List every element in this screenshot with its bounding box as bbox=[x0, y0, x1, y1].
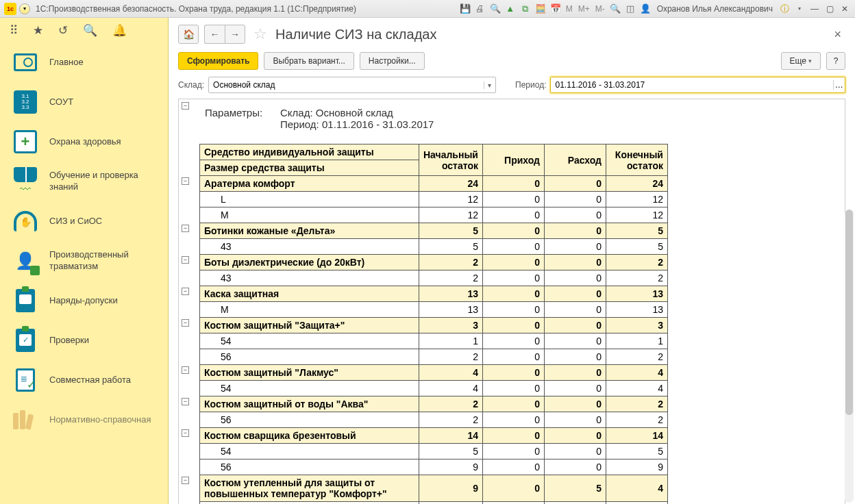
tree-toggle[interactable]: − bbox=[182, 288, 189, 295]
sidebar-item-injury[interactable]: 👤 Производственный травматизм bbox=[0, 241, 168, 281]
history-icon[interactable]: ↺ bbox=[58, 23, 68, 38]
period-picker-button[interactable]: … bbox=[833, 80, 845, 90]
info-dropdown-icon[interactable]: ▾ bbox=[793, 3, 806, 15]
sidebar-item-collab[interactable]: ✓ Совместная работа bbox=[0, 360, 168, 400]
table-group-row[interactable]: Костюм защитный от воды "Аква"2002 bbox=[200, 396, 668, 412]
sidebar-item-permits[interactable]: Наряды-допуски bbox=[0, 281, 168, 320]
cell-name: 43 bbox=[200, 270, 419, 286]
tree-toggle[interactable]: − bbox=[182, 102, 189, 110]
warehouse-input-wrap[interactable]: ▾ bbox=[208, 77, 496, 93]
table-detail-row[interactable]: 541001 bbox=[200, 333, 668, 349]
cell-expense: 0 bbox=[544, 176, 606, 192]
tree-toggle[interactable]: − bbox=[182, 429, 189, 437]
sidebar-item-siz[interactable]: СИЗ и СиОС bbox=[0, 201, 168, 241]
cell-end: 12 bbox=[606, 192, 667, 207]
table-group-row[interactable]: Костюм защитный "Лакмус"4004 bbox=[200, 365, 668, 381]
up-arrow-icon[interactable]: ▲ bbox=[504, 3, 517, 15]
cell-start: 12 bbox=[419, 207, 483, 223]
more-button[interactable]: Еще bbox=[781, 52, 821, 70]
cell-expense: 0 bbox=[544, 207, 606, 223]
tree-toggle[interactable]: − bbox=[182, 177, 189, 185]
memory-mminus-button[interactable]: M- bbox=[594, 4, 606, 14]
table-detail-row[interactable]: 562002 bbox=[200, 349, 668, 365]
cell-end: 24 bbox=[606, 176, 667, 192]
sidebar-item-label: Обучение и проверка знаний bbox=[49, 170, 156, 193]
current-user: Охранов Илья Александрович bbox=[657, 4, 773, 14]
table-group-row[interactable]: Аратерма комфорт240024 bbox=[200, 176, 668, 192]
document-check-icon: ✓ bbox=[12, 367, 38, 393]
home-button[interactable]: 🏠 bbox=[178, 25, 199, 44]
close-button[interactable]: ✕ bbox=[839, 3, 851, 15]
table-detail-row[interactable]: 544004 bbox=[200, 381, 668, 396]
sidebar-item-health[interactable]: + Охрана здоровья bbox=[0, 122, 168, 162]
apps-grid-icon[interactable]: ⠿ bbox=[10, 23, 18, 38]
tree-toggle[interactable]: − bbox=[182, 319, 189, 327]
table-detail-row[interactable]: 562002 bbox=[200, 412, 668, 428]
minimize-button[interactable]: — bbox=[808, 3, 821, 15]
preview-icon[interactable]: 🔍 bbox=[489, 3, 501, 15]
period-input[interactable] bbox=[551, 77, 832, 92]
zoom-icon[interactable]: 🔍 bbox=[609, 3, 621, 15]
generate-button[interactable]: Сформировать bbox=[178, 52, 258, 70]
favorite-star-icon[interactable]: ☆ bbox=[253, 25, 267, 43]
cell-name: 54 bbox=[200, 444, 419, 459]
nav-back-button[interactable]: ← bbox=[204, 25, 225, 44]
cell-end: 12 bbox=[606, 207, 667, 223]
sidebar-item-checks[interactable]: Проверки bbox=[0, 320, 168, 360]
favorites-star-icon[interactable]: ★ bbox=[33, 23, 43, 38]
notifications-bell-icon[interactable]: 🔔 bbox=[112, 23, 127, 38]
table-detail-row[interactable]: 545005 bbox=[200, 444, 668, 459]
report-document: − −−−−−−−−− Параметры: Склад: Основной с… bbox=[178, 99, 845, 504]
tree-toggle[interactable]: − bbox=[182, 366, 189, 374]
table-group-row[interactable]: Каска защитная130013 bbox=[200, 286, 668, 302]
print-icon[interactable]: 🖨 bbox=[474, 3, 486, 15]
table-group-row[interactable]: Ботинки кожаные «Дельта»5005 bbox=[200, 223, 668, 239]
warehouse-dropdown-icon[interactable]: ▾ bbox=[484, 81, 495, 89]
cell-end: 5 bbox=[606, 444, 667, 459]
warehouse-input[interactable] bbox=[209, 77, 484, 92]
table-detail-row[interactable]: 549054 bbox=[200, 502, 668, 505]
table-detail-row[interactable]: M130013 bbox=[200, 302, 668, 318]
period-input-wrap[interactable]: … bbox=[550, 77, 845, 93]
table-detail-row[interactable]: L120012 bbox=[200, 192, 668, 207]
settings-button[interactable]: Настройки... bbox=[360, 52, 425, 70]
table-group-row[interactable]: Костюм защитный "Защита+"3003 bbox=[200, 318, 668, 333]
sidebar-item-training[interactable]: 〰 Обучение и проверка знаний bbox=[0, 162, 168, 201]
panel-icon[interactable]: ◫ bbox=[624, 3, 636, 15]
app-menu-dropdown[interactable]: ▾ bbox=[19, 3, 30, 14]
table-detail-row[interactable]: 569009 bbox=[200, 459, 668, 475]
cell-expense: 0 bbox=[544, 396, 606, 412]
memory-mplus-button[interactable]: M+ bbox=[577, 4, 591, 14]
help-button[interactable]: ? bbox=[826, 52, 845, 70]
vertical-scrollbar[interactable] bbox=[845, 210, 854, 503]
calendar-icon[interactable]: 📅 bbox=[549, 3, 562, 15]
sidebar-item-sout[interactable]: 3.13.23.3 СОУТ bbox=[0, 82, 168, 122]
cell-start: 13 bbox=[419, 286, 483, 302]
cell-income: 0 bbox=[482, 475, 544, 502]
sidebar-item-main[interactable]: Главное bbox=[0, 42, 168, 82]
tree-toggle[interactable]: − bbox=[182, 256, 189, 264]
table-detail-row[interactable]: M120012 bbox=[200, 207, 668, 223]
table-group-row[interactable]: Костюм сварщика брезентовый140014 bbox=[200, 428, 668, 444]
memory-m-button[interactable]: M bbox=[565, 4, 574, 14]
table-detail-row[interactable]: 432002 bbox=[200, 270, 668, 286]
table-detail-row[interactable]: 435005 bbox=[200, 239, 668, 255]
calculator-icon[interactable]: 🧮 bbox=[534, 3, 547, 15]
nav-forward-button[interactable]: → bbox=[225, 25, 245, 44]
scrollbar-thumb[interactable] bbox=[845, 210, 853, 415]
maximize-button[interactable]: ▢ bbox=[823, 3, 836, 15]
copy-icon[interactable]: ⧉ bbox=[519, 3, 532, 15]
tree-toggle[interactable]: − bbox=[182, 398, 189, 405]
search-icon[interactable]: 🔍 bbox=[83, 23, 97, 38]
cell-end: 3 bbox=[606, 318, 667, 333]
tree-toggle[interactable]: − bbox=[182, 225, 189, 232]
close-tab-button[interactable]: × bbox=[830, 27, 845, 42]
cell-end: 2 bbox=[606, 349, 667, 365]
table-group-row[interactable]: Костюм утепленный для защиты от повышенн… bbox=[200, 475, 668, 502]
table-group-row[interactable]: Боты диэлектрические (до 20кВт)2002 bbox=[200, 255, 668, 270]
tree-toggle[interactable]: − bbox=[182, 477, 189, 484]
choose-variant-button[interactable]: Выбрать вариант... bbox=[264, 52, 354, 70]
sidebar-item-reference[interactable]: Нормативно-справочная bbox=[0, 400, 168, 440]
info-icon[interactable]: ⓘ bbox=[778, 3, 791, 15]
save-icon[interactable]: 💾 bbox=[459, 3, 471, 15]
